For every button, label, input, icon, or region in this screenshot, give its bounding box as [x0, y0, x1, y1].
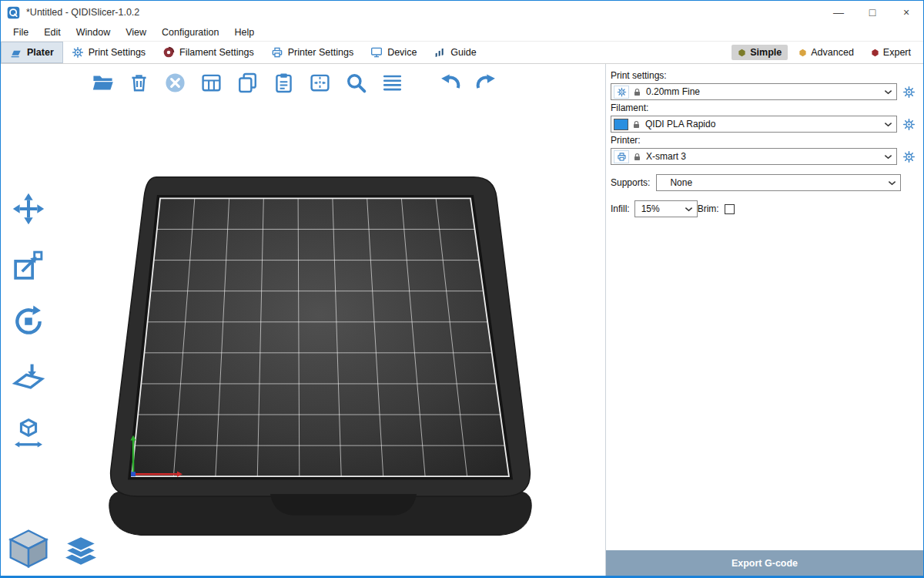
measure-tool-button[interactable] [7, 414, 50, 454]
search-button[interactable] [340, 67, 371, 98]
gizmo-toolbar [7, 189, 50, 454]
title-bar: *Untitled - QIDISlicer-1.0.2 — □ × [1, 1, 923, 24]
split-button[interactable] [304, 67, 335, 98]
chevron-down-icon [884, 89, 892, 95]
plater-icon [10, 46, 22, 59]
menu-configuration[interactable]: Configuration [154, 25, 226, 39]
tab-device[interactable]: Device [362, 42, 425, 63]
lock-icon [631, 119, 641, 129]
menu-edit[interactable]: Edit [36, 25, 69, 39]
redo-icon [475, 72, 497, 94]
menu-bar: File Edit Window View Configuration Help [1, 24, 923, 41]
gear-icon [614, 86, 629, 99]
layers-view-icon [62, 534, 99, 571]
tab-label: Guide [450, 47, 476, 58]
filament-spool-icon [162, 46, 175, 59]
printer-select[interactable]: X-smart 3 [611, 148, 897, 165]
chevron-down-icon [884, 154, 892, 160]
menu-help[interactable]: Help [226, 25, 262, 39]
minimize-button[interactable]: — [822, 1, 855, 24]
tab-plater[interactable]: Plater [1, 42, 63, 63]
mode-label: Expert [883, 47, 911, 58]
printer-icon [271, 46, 283, 59]
3d-viewport[interactable] [1, 64, 605, 576]
maximize-button[interactable]: □ [855, 1, 889, 24]
chevron-down-icon [888, 180, 896, 186]
move-tool-button[interactable] [7, 189, 50, 229]
print-settings-select[interactable]: 0.20mm Fine [611, 83, 897, 100]
view-switcher [5, 526, 101, 573]
variable-layers-button[interactable] [377, 67, 407, 98]
monitor-icon [370, 46, 383, 59]
delete-all-button[interactable] [159, 67, 190, 98]
main-area: Print settings: 0.20mm Fine Filament: [1, 64, 923, 576]
export-gcode-button[interactable]: Export G-code [606, 550, 923, 576]
arrange-button[interactable] [196, 67, 226, 98]
mode-label: Advanced [811, 47, 854, 58]
edit-printer-button[interactable] [902, 150, 916, 164]
undo-button[interactable] [434, 67, 465, 98]
hexagon-icon [738, 49, 746, 57]
open-button[interactable] [87, 67, 118, 98]
tab-printer-settings[interactable]: Printer Settings [263, 42, 362, 63]
supports-value: None [670, 177, 692, 188]
rotate-tool-button[interactable] [7, 301, 50, 341]
filament-select[interactable]: QIDI PLA Rapido [611, 116, 897, 133]
flatten-icon [12, 361, 45, 395]
chevron-down-icon [685, 207, 693, 212]
gear-icon [902, 118, 916, 131]
chevron-down-icon [884, 122, 892, 127]
gear-icon [902, 150, 916, 163]
mode-expert[interactable]: Expert [865, 45, 917, 60]
layers-view-button[interactable] [61, 533, 101, 573]
tab-label: Plater [27, 47, 54, 58]
print-settings-value: 0.20mm Fine [646, 86, 700, 97]
scale-icon [12, 248, 45, 282]
delete-button[interactable] [123, 67, 154, 98]
paste-button[interactable] [268, 67, 299, 98]
flatten-tool-button[interactable] [7, 358, 50, 398]
delete-icon [128, 72, 150, 94]
close-button[interactable]: × [889, 1, 923, 24]
edit-filament-button[interactable] [902, 117, 916, 132]
supports-select[interactable]: None [656, 174, 901, 191]
infill-select[interactable]: 15% [634, 200, 698, 217]
filament-label: Filament: [611, 102, 916, 113]
menu-file[interactable]: File [5, 25, 36, 39]
tab-bar: Plater Print Settings Filament Settings … [1, 41, 923, 64]
settings-panel: Print settings: 0.20mm Fine Filament: [606, 64, 923, 576]
brim-checkbox[interactable] [725, 204, 735, 214]
mode-simple[interactable]: Simple [732, 45, 788, 60]
copy-icon [236, 72, 259, 94]
open-folder-icon [92, 72, 114, 94]
scale-tool-button[interactable] [7, 245, 50, 285]
hexagon-icon [798, 49, 807, 57]
menu-view[interactable]: View [118, 25, 154, 39]
menu-window[interactable]: Window [69, 25, 118, 39]
lock-icon [632, 87, 642, 97]
measure-icon [12, 417, 45, 451]
app-window: *Untitled - QIDISlicer-1.0.2 — □ × File … [0, 0, 924, 578]
tab-guide[interactable]: Guide [425, 42, 484, 63]
3d-view-cube-icon [7, 528, 50, 571]
filament-color-swatch [614, 119, 628, 130]
move-icon [12, 192, 45, 226]
rotate-icon [12, 304, 45, 338]
tab-label: Print Settings [89, 47, 146, 58]
3d-view-button[interactable] [5, 526, 52, 573]
tab-filament-settings[interactable]: Filament Settings [154, 42, 263, 63]
delete-all-icon [164, 72, 186, 94]
copy-button[interactable] [232, 67, 263, 98]
gear-icon [902, 86, 916, 99]
edit-print-settings-button[interactable] [902, 85, 916, 99]
print-settings-label: Print settings: [611, 70, 916, 81]
infill-value: 15% [641, 203, 660, 214]
hexagon-icon [871, 49, 879, 57]
build-plate[interactable] [1, 64, 605, 576]
printer-label: Printer: [611, 135, 916, 146]
arrange-icon [200, 72, 223, 94]
tab-print-settings[interactable]: Print Settings [63, 42, 154, 63]
redo-button[interactable] [470, 67, 501, 98]
app-logo-icon [7, 6, 20, 19]
mode-advanced[interactable]: Advanced [792, 45, 860, 60]
